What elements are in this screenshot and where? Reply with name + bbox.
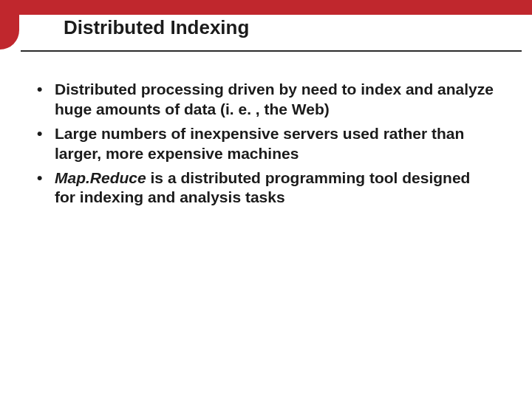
slide: Distributed Indexing Distributed process…: [0, 0, 532, 399]
page-title: Distributed Indexing: [64, 16, 502, 39]
bullet-list: Distributed processing driven by need to…: [33, 80, 494, 208]
bullet-text-em: Map.Reduce: [55, 169, 146, 186]
header-bar: [0, 0, 532, 15]
list-item: Large numbers of inexpensive servers use…: [33, 124, 494, 164]
content-body: Distributed processing driven by need to…: [33, 80, 494, 212]
list-item: Map.Reduce is a distributed programming …: [33, 168, 494, 208]
bullet-text-post: Distributed processing driven by need to…: [55, 81, 494, 117]
title-area: Distributed Indexing: [64, 16, 502, 47]
title-underline: [21, 50, 522, 52]
header-accent-curve: [0, 14, 19, 50]
list-item: Distributed processing driven by need to…: [33, 80, 494, 120]
bullet-text-post: Large numbers of inexpensive servers use…: [55, 125, 464, 162]
